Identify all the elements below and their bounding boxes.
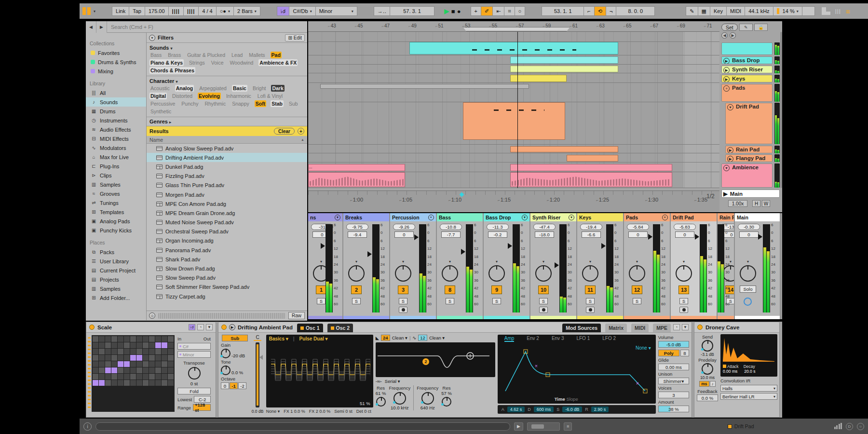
clip[interactable] (510, 146, 618, 152)
predelay-ms-button[interactable]: ms (699, 381, 709, 387)
pan-knob[interactable] (629, 265, 645, 282)
clip[interactable] (510, 56, 618, 64)
track-activator[interactable]: 10 (538, 285, 549, 294)
scale-cell[interactable] (155, 355, 161, 361)
group-icon[interactable]: ≡ (723, 85, 730, 92)
volume-field[interactable]: 0 (628, 231, 648, 238)
computer-midi-keyboard-button[interactable]: ▦ (698, 6, 710, 16)
filter-tag-sub[interactable]: Sub (288, 100, 299, 107)
second-window-icon[interactable] (822, 7, 830, 15)
sidebar-item-max-for-live[interactable]: ⌂Max for Live (90, 152, 146, 162)
midi-map-button[interactable]: MIDI (727, 6, 745, 16)
preview-headphone-icon[interactable]: ◎ (149, 312, 155, 319)
clip[interactable] (510, 75, 567, 82)
scale-cell[interactable] (149, 380, 155, 386)
scale-cell[interactable] (130, 380, 136, 386)
strip-header[interactable]: Percussion≡ (390, 213, 436, 221)
result-item[interactable]: Muted Noise Sweep Pad.adv (147, 218, 307, 227)
solo-button[interactable]: S (352, 298, 361, 304)
sidebar-item-samples[interactable]: ▥Samples (90, 180, 146, 189)
scale-cell[interactable] (155, 380, 161, 386)
ir-bank-select[interactable]: Halls▾ (720, 385, 777, 392)
wave-position-value[interactable]: 51 % (360, 401, 370, 406)
sidebar-item-punchy-kicks[interactable]: ▣Punchy Kicks (90, 226, 146, 235)
scale-note-grid[interactable] (92, 335, 175, 412)
filter1-slope[interactable]: 24 (381, 335, 390, 341)
lowest-value[interactable]: C-2 (194, 396, 211, 403)
solo-button[interactable]: S (446, 298, 454, 304)
session-record-button[interactable]: ○ (515, 6, 526, 16)
drift-device-title[interactable]: Drifting Ambient Pad (238, 325, 293, 330)
volume-fader-handle[interactable] (555, 262, 559, 268)
clip[interactable] (567, 155, 618, 162)
playback-speed-field[interactable]: 1.00x (728, 200, 747, 207)
range-value[interactable]: +128 st (193, 404, 211, 411)
filter-tag-piano-keys[interactable]: Piano & Keys (149, 59, 184, 66)
sidebar-item-mixing[interactable]: Mixing (90, 67, 146, 76)
pan-knob[interactable] (535, 265, 552, 282)
mixer-strip-bass-drop[interactable]: Bass Drop▼-11.3-0.29S6061218243036424860 (484, 213, 530, 319)
pan-knob[interactable] (676, 265, 692, 282)
freq1-value[interactable]: 10.0 kHz (389, 405, 410, 410)
scale-cell[interactable] (93, 342, 98, 348)
pan-knob[interactable] (348, 265, 365, 282)
key-icon[interactable]: ♭♯ (277, 6, 290, 16)
volume-field[interactable]: 0 (394, 231, 414, 238)
scale-cell[interactable] (105, 361, 111, 367)
track-activator[interactable]: 8 (445, 285, 455, 294)
volume-fader-handle[interactable] (461, 249, 465, 255)
filter-tag-bass[interactable]: Bass (149, 52, 163, 58)
filter-tag-chords-phrases[interactable]: Chords & Phrases (149, 67, 195, 74)
push-caret-icon[interactable]: ▾ (94, 9, 95, 14)
volume-field[interactable]: -6.6 (582, 231, 601, 238)
filter-tag-soft[interactable]: Soft (255, 100, 266, 107)
key-scale-menu[interactable]: Minor ▾ (316, 6, 357, 16)
clip[interactable] (409, 42, 618, 54)
adsr-value[interactable]: 4.62 s (507, 407, 525, 412)
key-root-menu[interactable]: C#/Db ▾ (289, 6, 315, 16)
scale-cell[interactable] (105, 380, 111, 386)
scale-cell[interactable] (130, 367, 136, 373)
track-header-ambience[interactable]: ▼Ambience (721, 163, 773, 188)
scale-cell[interactable] (111, 336, 117, 342)
scale-cell[interactable] (99, 367, 105, 373)
result-item[interactable]: Slow Sweep Pad.adv (147, 273, 307, 283)
scale-cell[interactable] (118, 374, 123, 380)
volume-fader-handle[interactable] (648, 234, 652, 240)
scale-cell[interactable] (162, 380, 167, 386)
arm-button[interactable] (399, 307, 407, 313)
track-header-unnamed[interactable] (721, 42, 773, 55)
volume-field[interactable]: -18.0 (535, 231, 554, 238)
envelope-display[interactable]: AmpEnv 2Env 3LFO 1LFO 2 None ▾ Time Slop… (498, 335, 656, 404)
group-icon[interactable]: ≡ (428, 215, 434, 220)
playhead[interactable] (517, 32, 518, 188)
time-signature-field[interactable]: 4 / 4 (199, 6, 216, 16)
fold-icon[interactable]: ▼ (335, 215, 340, 220)
sidebar-item-user-library[interactable]: ☰User Library (90, 257, 146, 266)
arrangement-lane[interactable] (308, 42, 719, 55)
play-icon[interactable]: ▶ (727, 147, 733, 153)
unison-mode-select[interactable]: Shimmer ▾ (658, 378, 689, 384)
drift-preview-icon[interactable]: ▶ (229, 324, 235, 330)
scale-cell[interactable] (99, 342, 105, 348)
scale-cell[interactable] (168, 361, 174, 367)
wave-category-menu[interactable]: Basics ▾ (269, 336, 288, 341)
arrangement-lane[interactable] (308, 66, 719, 73)
solo-button[interactable]: S (492, 298, 501, 304)
scale-cell[interactable] (149, 349, 155, 354)
res2-value[interactable]: 57 % (441, 391, 452, 396)
env-tab-env-3[interactable]: Env 3 (552, 336, 564, 342)
result-item[interactable]: Organ Incoming.adg (147, 236, 307, 245)
arrangement-lane[interactable] (308, 155, 719, 163)
send-knob[interactable] (702, 340, 713, 352)
tab-matrix[interactable]: Matrix (605, 324, 627, 332)
filter-group-genres[interactable]: Genres ▸ (147, 117, 307, 126)
result-item[interactable]: Orchestral Sweep Pad.adv (147, 227, 307, 236)
sidebar-item-modulators[interactable]: ∿Modulators (90, 143, 146, 152)
arrangement-lane[interactable] (308, 102, 719, 145)
sidebar-item-sounds[interactable]: ♪Sounds (86, 97, 146, 107)
result-item[interactable]: Glass Thin Pure Pad.adv (147, 181, 307, 190)
scale-cell[interactable] (130, 374, 136, 380)
scale-save-icon[interactable]: ▼ (206, 324, 213, 330)
scale-cell[interactable] (105, 367, 111, 373)
